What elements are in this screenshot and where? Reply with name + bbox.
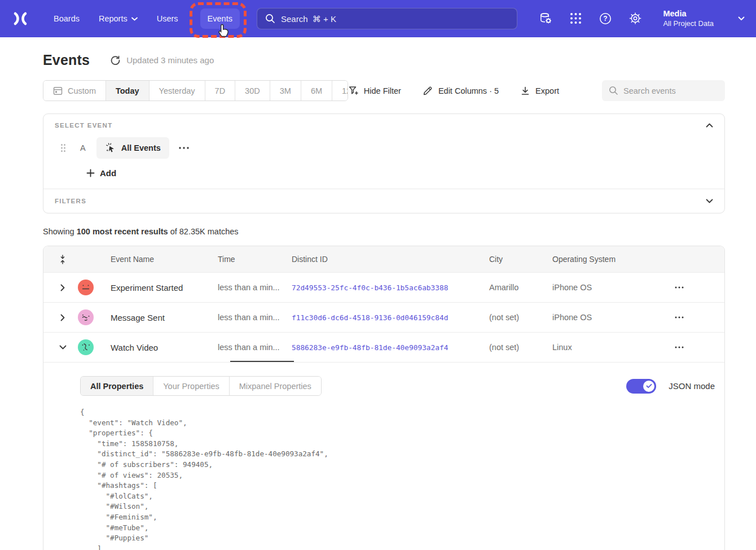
add-event-button[interactable]: Add: [86, 168, 724, 178]
collapse-section-button[interactable]: [706, 123, 713, 128]
summary-suffix: of 82.35K matches: [168, 227, 239, 236]
nav-item-users[interactable]: Users: [150, 8, 186, 29]
filters-label: FILTERS: [55, 198, 86, 204]
export-button[interactable]: Export: [520, 86, 559, 96]
json-mode-label: JSON mode: [669, 381, 715, 391]
expand-row-button[interactable]: [60, 284, 65, 291]
date-range-yesterday[interactable]: Yesterday: [149, 81, 205, 101]
step-letter: A: [80, 143, 86, 152]
nav-item-reports[interactable]: Reports: [91, 8, 145, 29]
tab-your-properties[interactable]: Your Properties: [153, 377, 228, 395]
global-search-input[interactable]: [257, 14, 517, 24]
download-icon: [520, 86, 530, 96]
date-range-today[interactable]: Today: [106, 81, 149, 101]
table-header-row: Event Name Time Distinct ID City Operati…: [43, 246, 724, 272]
nav-item-events[interactable]: Events: [200, 8, 240, 29]
event-avatar: [78, 280, 94, 295]
project-subtitle: All Project Data: [663, 19, 714, 29]
nav-label: Boards: [54, 14, 80, 23]
edit-columns-label: Edit Columns · 5: [438, 86, 499, 95]
toggle-knob: [643, 381, 654, 392]
event-avatar: [78, 309, 94, 325]
chevron-down-icon[interactable]: [738, 16, 745, 21]
column-header-city: City: [489, 255, 552, 264]
hide-filter-button[interactable]: Hide Filter: [348, 85, 401, 96]
table-row-expanded[interactable]: Watch Video less than a min... 5886283e-…: [43, 332, 724, 362]
date-range-6m[interactable]: 6M: [301, 81, 332, 101]
collapse-row-button[interactable]: [59, 345, 67, 350]
pencil-icon: [423, 85, 433, 96]
date-range-label: Custom: [68, 86, 96, 95]
cell-event-name: Watch Video: [111, 343, 218, 352]
column-header-time: Time: [218, 255, 292, 264]
ellipsis-icon: [179, 147, 189, 149]
table-row[interactable]: Experiment Started less than a min... 72…: [43, 272, 724, 302]
date-range-label: 12M: [342, 86, 348, 95]
ellipsis-icon: [675, 286, 684, 289]
tab-all-properties[interactable]: All Properties: [81, 377, 153, 395]
settings-gear-icon[interactable]: [628, 12, 642, 25]
expand-row-button[interactable]: [60, 314, 65, 321]
event-avatar: [78, 339, 94, 355]
add-label: Add: [100, 168, 116, 178]
top-navbar: Boards Reports Users Events: [0, 0, 756, 37]
selected-event-name: All Events: [121, 143, 161, 152]
drag-handle-icon[interactable]: [60, 143, 66, 152]
apps-grid-icon[interactable]: [569, 12, 582, 25]
chevron-down-icon: [59, 345, 67, 350]
filters-section-header[interactable]: FILTERS: [43, 189, 724, 213]
date-range-label: 30D: [245, 86, 260, 95]
event-json-view: { "event": "Watch Video", "properties": …: [80, 407, 715, 550]
cell-distinct-id-link[interactable]: f11c30d6-dc6d-4518-9136-0d046159c84d: [292, 313, 489, 322]
page-head: Events Updated 3 minutes ago: [43, 52, 725, 68]
row-actions-button[interactable]: [675, 346, 684, 348]
chevron-down-icon: [706, 199, 713, 203]
chevron-up-icon: [706, 123, 713, 128]
collapse-all-icon[interactable]: [59, 255, 66, 264]
json-mode-control: JSON mode: [626, 379, 715, 394]
chevron-right-icon: [60, 314, 65, 321]
edit-columns-button[interactable]: Edit Columns · 5: [423, 85, 499, 96]
main-content: Events Updated 3 minutes ago Custom Toda…: [0, 52, 756, 550]
face-doodle-icon: [78, 280, 94, 295]
data-management-icon[interactable]: [539, 12, 552, 25]
event-more-options-button[interactable]: [179, 147, 189, 149]
json-mode-toggle[interactable]: [626, 379, 656, 394]
date-range-3m[interactable]: 3M: [270, 81, 301, 101]
global-search[interactable]: [257, 8, 517, 29]
refresh-button[interactable]: [110, 55, 121, 66]
date-range-control: Custom Today Yesterday 7D 30D 3M 6M 12M: [43, 80, 348, 101]
row-actions-button[interactable]: [675, 286, 684, 289]
cell-event-name: Experiment Started: [111, 283, 218, 293]
table-row[interactable]: Message Sent less than a min... f11c30d6…: [43, 302, 724, 332]
cell-distinct-id-link[interactable]: 72d49553-25fc-4f0c-b436-1b5ac6ab3388: [292, 283, 489, 292]
expand-section-button[interactable]: [706, 199, 713, 203]
export-label: Export: [535, 86, 559, 95]
date-range-7d[interactable]: 7D: [205, 81, 235, 101]
nav-item-boards[interactable]: Boards: [46, 8, 87, 29]
search-events-input[interactable]: [602, 86, 725, 95]
date-range-custom[interactable]: Custom: [43, 81, 106, 101]
date-range-label: Today: [116, 86, 139, 95]
summary-count: 100 most recent results: [77, 227, 168, 236]
detail-toolbar: All Properties Your Properties Mixpanel …: [80, 376, 715, 396]
date-range-30d[interactable]: 30D: [235, 81, 270, 101]
mixpanel-logo-icon[interactable]: [11, 10, 29, 28]
cell-time: less than a min...: [218, 313, 292, 322]
event-selector-button[interactable]: All Events: [96, 137, 169, 159]
column-header-operating-system: Operating System: [552, 255, 668, 264]
search-icon: [609, 86, 618, 95]
select-event-label: SELECT EVENT: [55, 122, 113, 129]
help-icon[interactable]: ?: [599, 12, 612, 25]
row-actions-button[interactable]: [675, 316, 684, 318]
cell-event-name: Message Sent: [111, 313, 218, 322]
date-range-12m[interactable]: 12M: [332, 81, 348, 101]
ellipsis-icon: [675, 316, 684, 318]
tab-mixpanel-properties[interactable]: Mixpanel Properties: [229, 377, 321, 395]
primary-nav: Boards Reports Users Events: [46, 8, 240, 29]
project-selector[interactable]: Media All Project Data: [663, 8, 714, 29]
cell-city: (not set): [489, 313, 552, 322]
cell-distinct-id-link[interactable]: 5886283e-e9fb-48fb-81de-40e9093a2af4: [292, 343, 489, 352]
search-events-field[interactable]: [602, 80, 725, 101]
filter-funnel-icon: [348, 85, 359, 96]
